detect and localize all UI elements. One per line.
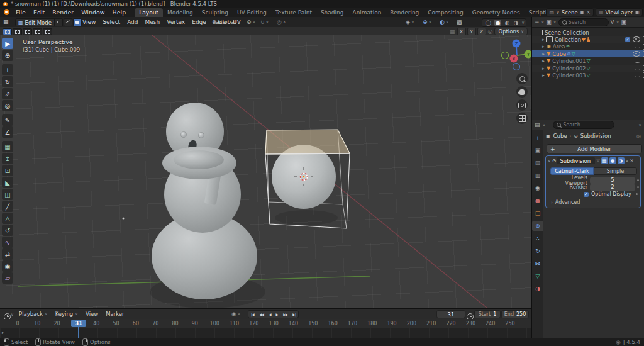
zoom-button[interactable]: [516, 73, 528, 84]
expand-caret-icon[interactable]: ▸: [541, 66, 546, 71]
tool-bevel[interactable]: ◣: [2, 177, 13, 188]
workspace-tab-uv-editing[interactable]: UV Editing: [233, 8, 271, 17]
properties-tab-material[interactable]: ◑: [532, 284, 543, 294]
viewport-menu-add[interactable]: Add: [124, 19, 141, 25]
tool-poly-build[interactable]: △: [2, 213, 13, 224]
pan-button[interactable]: [516, 86, 528, 98]
filter-funnel-icon[interactable]: ∇: [611, 20, 614, 25]
modifier-editmode-toggle[interactable]: ▦: [601, 157, 608, 164]
playhead-frame-badge[interactable]: 31: [71, 320, 86, 327]
viewport-menu-view[interactable]: View: [79, 19, 99, 25]
tool-add-cube[interactable]: ▦: [2, 141, 13, 152]
algorithm-catmull-clark-button[interactable]: Catmull-Clark: [550, 167, 594, 175]
outliner-row-area[interactable]: ▸◉Area∞: [532, 43, 644, 50]
breadcrumb-item[interactable]: Subdivision: [580, 133, 611, 139]
workspace-tab-compositing[interactable]: Compositing: [423, 8, 467, 17]
navigation-gizmo[interactable]: Z Y X: [501, 36, 531, 72]
workspace-tab-layout[interactable]: Layout: [135, 8, 163, 17]
hidden-eye-icon[interactable]: [635, 74, 640, 77]
expand-caret-icon[interactable]: ▸: [541, 44, 546, 49]
field-value[interactable]: 2: [590, 184, 635, 191]
tool-tweak-select[interactable]: ▶: [2, 38, 13, 49]
jump-to-end-button[interactable]: ▶|: [290, 312, 298, 316]
breadcrumb-object[interactable]: Cube: [553, 133, 567, 139]
workspace-tab-animation[interactable]: Animation: [348, 8, 386, 17]
show-object-types-dropdown[interactable]: ◈ ∨: [406, 17, 414, 27]
timeline-menu-marker[interactable]: Marker: [102, 311, 128, 317]
editor-type-icon[interactable]: ▦: [3, 18, 9, 25]
outliner-row-cylinder-003[interactable]: ▸▼Cylinder.003▽: [532, 72, 644, 79]
hidden-eye-icon[interactable]: [635, 67, 640, 70]
tool-transform[interactable]: ◎: [2, 100, 13, 111]
camera-view-button[interactable]: [516, 99, 528, 111]
select-subtract-button[interactable]: [23, 28, 32, 35]
workspace-tab-sculpting[interactable]: Sculpting: [197, 8, 233, 17]
outliner-row-cylinder-002[interactable]: ▸▼Cylinder.002▽: [532, 65, 644, 72]
new-viewlayer-icon[interactable]: ▣: [635, 10, 640, 15]
outliner-filter-icon[interactable]: ▣: [546, 20, 552, 25]
collapse-chevron-icon[interactable]: ∨: [548, 159, 551, 164]
menu-file[interactable]: File: [12, 9, 30, 16]
select-new-button[interactable]: [3, 28, 12, 35]
animate-dot-icon[interactable]: [636, 193, 638, 195]
shading-solid-button[interactable]: ●: [494, 20, 501, 26]
properties-tab-object[interactable]: □: [532, 208, 543, 218]
timeline-menu-keying[interactable]: Keying∨: [52, 311, 82, 317]
properties-editor-icon[interactable]: ▤: [535, 122, 540, 128]
properties-tab-constraints[interactable]: ⋈: [532, 259, 543, 269]
tool-knife[interactable]: ╱: [2, 201, 13, 212]
gizmo-minus-y[interactable]: [502, 52, 509, 59]
transform-orientation-dropdown[interactable]: ⊕ Global ∨: [212, 17, 240, 27]
select-extend-button[interactable]: [13, 28, 22, 35]
overlays-dropdown[interactable]: ◐ ∨: [440, 17, 449, 27]
tool-rip-region[interactable]: ▱: [2, 272, 13, 284]
viewport-menu-vertex[interactable]: Vertex: [164, 19, 188, 25]
shading-wireframe-button[interactable]: ◯: [484, 20, 492, 26]
xray-toggle[interactable]: ▩: [457, 17, 462, 27]
pivot-point-dropdown[interactable]: ⊙ ∨: [247, 17, 255, 27]
workspace-tab-texture-paint[interactable]: Texture Paint: [271, 8, 316, 17]
algorithm-simple-button[interactable]: Simple: [594, 167, 637, 175]
properties-tab-view-layer[interactable]: ▥: [532, 170, 543, 181]
outliner-search-input[interactable]: Search: [558, 18, 609, 26]
modifier-render-toggle[interactable]: ◑: [618, 157, 625, 164]
tool-inset-faces[interactable]: ⊡: [2, 165, 13, 176]
play-button[interactable]: ▶: [274, 312, 281, 316]
scene-selector[interactable]: ▤ ∨ Scene ▣ ×: [546, 8, 594, 16]
properties-search-input[interactable]: Search: [553, 121, 614, 129]
tool-smooth[interactable]: ∿: [2, 237, 13, 248]
frame-end-field[interactable]: End 250: [501, 310, 529, 318]
add-modifier-button[interactable]: + Add Modifier: [547, 144, 642, 153]
auto-keying-toggle[interactable]: ◉ ∨: [231, 311, 240, 317]
field-value[interactable]: 5: [590, 177, 635, 184]
expand-channels-icon[interactable]: ▸: [2, 330, 4, 335]
properties-tab-physics[interactable]: ↻: [532, 246, 543, 256]
play-reverse-button[interactable]: ◀: [266, 312, 274, 316]
include-checkbox[interactable]: ✓: [625, 37, 630, 42]
expand-caret-icon[interactable]: ▸: [541, 37, 546, 42]
workspace-tab-rendering[interactable]: Rendering: [386, 8, 423, 17]
outliner-row-collection[interactable]: ▸Collection✓: [532, 36, 644, 43]
tool-rotate[interactable]: ↻: [2, 76, 13, 87]
gizmos-dropdown[interactable]: ⊕ ∨: [423, 17, 431, 27]
workspace-tab-shading[interactable]: Shading: [316, 8, 348, 17]
mirror-x-button[interactable]: X: [457, 28, 466, 35]
properties-tab-render[interactable]: ▣: [532, 145, 543, 155]
animate-dot-icon[interactable]: [637, 186, 639, 188]
tool-annotate[interactable]: ✎: [2, 114, 13, 126]
workspace-tab-geometry-nodes[interactable]: Geometry Nodes: [468, 8, 525, 17]
mode-dropdown[interactable]: ▦ Edit Mode ∨: [15, 18, 60, 26]
jump-to-start-button[interactable]: |◀: [248, 312, 257, 316]
viewport-menu-edge[interactable]: Edge: [189, 19, 209, 25]
outliner-row-cube[interactable]: ▸▼Cube⊛▽: [532, 50, 644, 57]
select-invert-button[interactable]: [33, 28, 42, 35]
gizmo-minus-z[interactable]: [513, 64, 520, 70]
tool-cursor[interactable]: ⊕: [2, 50, 13, 61]
menu-render[interactable]: Render: [48, 9, 77, 16]
tool-edge-slide[interactable]: ⇄: [2, 248, 13, 260]
tool-scale[interactable]: ⇗: [2, 88, 13, 99]
hidden-eye-icon[interactable]: [635, 45, 640, 48]
shading-material-button[interactable]: ◐: [503, 20, 510, 26]
viewlayer-selector[interactable]: ▥ ViewLayer ▣: [596, 8, 643, 16]
blender-menu-icon[interactable]: [4, 9, 9, 15]
